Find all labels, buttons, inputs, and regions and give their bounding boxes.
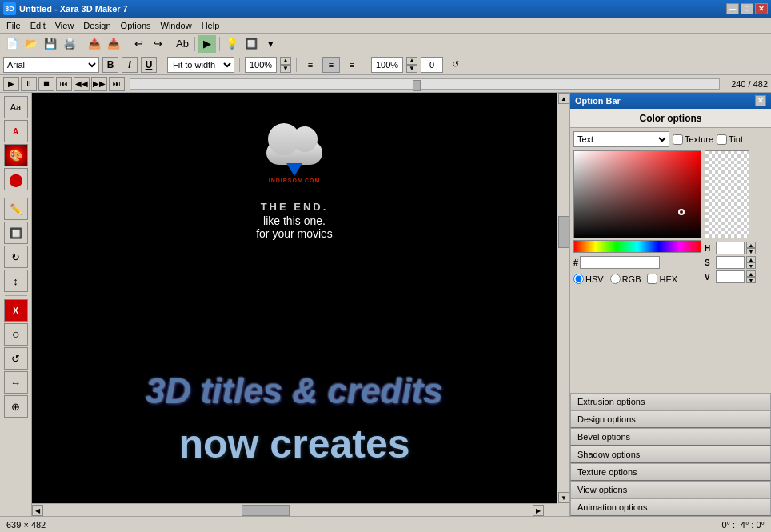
timeline[interactable] — [130, 78, 720, 90]
underline-button[interactable]: U — [141, 57, 157, 73]
animation-options-button[interactable]: Animation options — [570, 498, 771, 516]
v-spinner[interactable]: ▲ ▼ — [746, 270, 756, 283]
zoom-spinner[interactable]: ▲ ▼ — [280, 57, 291, 73]
hex-checkbox[interactable] — [647, 274, 657, 284]
go-end-button[interactable]: ⏭ — [109, 77, 125, 91]
v-input[interactable] — [716, 270, 745, 283]
vertical-scrollbar[interactable]: ▲ ▼ — [557, 93, 569, 503]
align-center-button[interactable]: ≡ — [322, 57, 340, 73]
tool-3-button[interactable]: ⊕ — [4, 395, 28, 418]
go-start-button[interactable]: ⏮ — [56, 77, 72, 91]
v-up-button[interactable]: ▲ — [746, 270, 756, 277]
percent-spinner[interactable]: ▲ ▼ — [406, 57, 417, 73]
s-up-button[interactable]: ▲ — [746, 256, 756, 262]
align-right-button[interactable]: ≡ — [343, 57, 361, 73]
tint-checkbox[interactable] — [717, 134, 727, 145]
menu-design[interactable]: Design — [78, 19, 115, 32]
h-up-button[interactable]: ▲ — [746, 242, 756, 248]
s-input[interactable] — [716, 256, 745, 269]
view-options-button[interactable]: View options — [570, 481, 771, 498]
menu-view[interactable]: View — [50, 19, 79, 32]
italic-button[interactable]: I — [122, 57, 138, 73]
text-tool-button[interactable]: Aa — [4, 96, 28, 118]
align-left-button[interactable]: ≡ — [302, 57, 319, 73]
rotation-input[interactable] — [421, 57, 443, 73]
tool-1-button[interactable]: ↺ — [4, 347, 28, 370]
text-icon[interactable]: Ab — [174, 35, 191, 53]
menu-help[interactable]: Help — [197, 19, 225, 32]
scroll-thumb-horizontal[interactable] — [242, 505, 290, 516]
hex-color-input[interactable] — [580, 256, 660, 269]
texture-checkbox[interactable] — [673, 134, 683, 145]
window-controls[interactable]: — □ ✕ — [726, 3, 768, 14]
frame-icon[interactable]: 🔲 — [242, 35, 260, 53]
rotate-tool-button[interactable]: ↻ — [4, 246, 28, 268]
texture-options-button[interactable]: Texture options — [570, 463, 771, 481]
color-type-dropdown[interactable]: Text Face Side Shadow — [573, 131, 669, 147]
circle2-tool-button[interactable]: ○ — [4, 323, 28, 346]
minimize-button[interactable]: — — [726, 3, 739, 14]
design-options-button[interactable]: Design options — [570, 410, 771, 428]
hsv-radio[interactable] — [573, 274, 584, 284]
scroll-up-arrow[interactable]: ▲ — [558, 93, 569, 104]
save-icon[interactable]: 💾 — [42, 35, 59, 53]
pause-button[interactable]: ⏸ — [21, 77, 37, 91]
scroll-right-arrow[interactable]: ▶ — [533, 505, 544, 516]
xara-logo-button[interactable]: X — [4, 299, 28, 322]
prev-frame-button[interactable]: ◀◀ — [74, 77, 90, 91]
scroll-thumb-vertical[interactable] — [558, 216, 569, 248]
scroll-left-arrow[interactable]: ◀ — [32, 505, 43, 516]
circle-tool-button[interactable]: ⬤ — [4, 168, 28, 190]
stop-button[interactable]: ⏹ — [38, 77, 54, 91]
shadow-options-button[interactable]: Shadow options — [570, 446, 771, 463]
play-icon[interactable]: ▶ — [198, 35, 216, 53]
play-button[interactable]: ▶ — [3, 77, 19, 91]
import-icon[interactable]: 📥 — [105, 35, 122, 53]
font-selector[interactable]: Arial — [3, 57, 99, 73]
h-spinner[interactable]: ▲ ▼ — [746, 242, 756, 254]
percent-up-button[interactable]: ▲ — [406, 57, 417, 65]
light-icon[interactable]: 💡 — [223, 35, 241, 53]
bevel-options-button[interactable]: Bevel options — [570, 428, 771, 446]
tool-2-button[interactable]: ↔ — [4, 371, 28, 394]
color-spectrum-bar[interactable] — [573, 240, 701, 253]
redo-icon[interactable]: ↪ — [149, 35, 166, 53]
horizontal-scrollbar[interactable]: ◀ ▶ — [32, 503, 557, 516]
color-gradient-picker[interactable] — [573, 150, 701, 238]
canvas-area[interactable]: iNDiRSON.COM THE END. like this one. for… — [32, 93, 557, 503]
v-down-button[interactable]: ▼ — [746, 277, 756, 283]
tilt-tool-button[interactable]: ↕ — [4, 270, 28, 292]
fit-to-dropdown[interactable]: Fit to width Fit to height Fit page — [167, 57, 234, 73]
export-icon[interactable]: 📤 — [86, 35, 103, 53]
edit-tool-button[interactable]: ✏️ — [4, 198, 28, 220]
menu-options[interactable]: Options — [116, 19, 156, 32]
menu-window[interactable]: Window — [156, 19, 197, 32]
s-down-button[interactable]: ▼ — [746, 262, 756, 269]
close-button[interactable]: ✕ — [755, 3, 768, 14]
timeline-thumb[interactable] — [413, 80, 421, 91]
percent-down-button[interactable]: ▼ — [406, 65, 417, 73]
undo-icon[interactable]: ↩ — [130, 35, 147, 53]
h-down-button[interactable]: ▼ — [746, 248, 756, 254]
color-tool-button[interactable]: 🎨 — [4, 144, 28, 166]
font-tool-button[interactable]: A — [4, 120, 28, 142]
more-icon[interactable]: ▾ — [262, 35, 279, 53]
shape-tool-button[interactable]: 🔲 — [4, 222, 28, 244]
s-spinner[interactable]: ▲ ▼ — [746, 256, 756, 269]
panel-close-button[interactable]: ✕ — [755, 95, 766, 106]
scroll-down-arrow[interactable]: ▼ — [558, 492, 569, 503]
maximize-button[interactable]: □ — [741, 3, 753, 14]
menu-file[interactable]: File — [2, 19, 26, 32]
print-icon[interactable]: 🖨️ — [61, 35, 78, 53]
bold-button[interactable]: B — [102, 57, 118, 73]
zoom-up-button[interactable]: ▲ — [280, 57, 291, 65]
open-file-icon[interactable]: 📂 — [22, 35, 40, 53]
rgb-radio[interactable] — [610, 274, 621, 284]
zoom-down-button[interactable]: ▼ — [280, 65, 291, 73]
extrusion-options-button[interactable]: Extrusion options — [570, 393, 771, 410]
next-frame-button[interactable]: ▶▶ — [91, 77, 107, 91]
menu-edit[interactable]: Edit — [26, 19, 50, 32]
percent-input[interactable] — [371, 57, 403, 73]
zoom-input[interactable] — [245, 57, 277, 73]
new-file-icon[interactable]: 📄 — [3, 35, 21, 53]
